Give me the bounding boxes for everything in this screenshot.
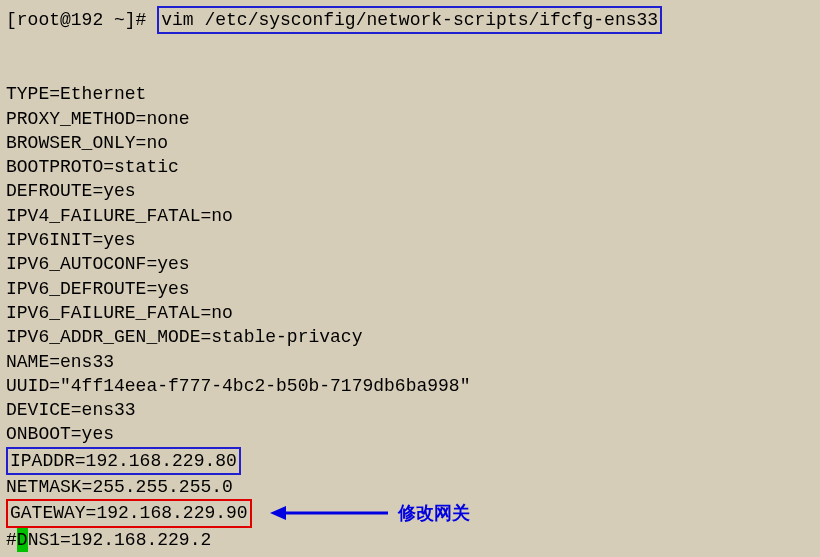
- config-line-onboot: ONBOOT=yes: [6, 422, 814, 446]
- config-line-browser-only: BROWSER_ONLY=no: [6, 131, 814, 155]
- vim-command: vim /etc/sysconfig/network-scripts/ifcfg…: [161, 10, 658, 30]
- blank-line: [6, 58, 814, 82]
- arrow-left-icon: [270, 501, 390, 525]
- annotation-label: 修改网关: [398, 501, 470, 525]
- gateway-box: GATEWAY=192.168.229.90: [6, 499, 252, 527]
- config-line-gateway-wrap: GATEWAY=192.168.229.90 修改网关: [6, 499, 814, 527]
- config-line-ipv6-addr-gen: IPV6_ADDR_GEN_MODE=stable-privacy: [6, 325, 814, 349]
- config-line-ipv6-autoconf: IPV6_AUTOCONF=yes: [6, 252, 814, 276]
- blank-line: [6, 34, 814, 58]
- config-line-ipaddr: IPADDR=192.168.229.80: [10, 451, 237, 471]
- config-line-device: DEVICE=ens33: [6, 398, 814, 422]
- config-line-ipaddr-wrap: IPADDR=192.168.229.80: [6, 447, 814, 475]
- config-line-proxy-method: PROXY_METHOD=none: [6, 107, 814, 131]
- config-line-dns[interactable]: #DNS1=192.168.229.2: [6, 528, 814, 552]
- config-line-ipv4-failure: IPV4_FAILURE_FATAL=no: [6, 204, 814, 228]
- config-line-ipv6init: IPV6INIT=yes: [6, 228, 814, 252]
- config-line-ipv6-defroute: IPV6_DEFROUTE=yes: [6, 277, 814, 301]
- dns-prefix: #: [6, 528, 17, 552]
- config-line-netmask: NETMASK=255.255.255.0: [6, 475, 814, 499]
- vim-command-box: vim /etc/sysconfig/network-scripts/ifcfg…: [157, 6, 662, 34]
- ipaddr-box: IPADDR=192.168.229.80: [6, 447, 241, 475]
- terminal-cursor: D: [17, 528, 28, 552]
- svg-marker-1: [270, 506, 286, 520]
- config-line-defroute: DEFROUTE=yes: [6, 179, 814, 203]
- shell-prompt: [root@192 ~]#: [6, 8, 157, 32]
- config-line-gateway: GATEWAY=192.168.229.90: [10, 503, 248, 523]
- config-line-name: NAME=ens33: [6, 350, 814, 374]
- config-line-ipv6-failure: IPV6_FAILURE_FATAL=no: [6, 301, 814, 325]
- config-line-type: TYPE=Ethernet: [6, 82, 814, 106]
- config-line-uuid: UUID="4ff14eea-f777-4bc2-b50b-7179db6ba9…: [6, 374, 814, 398]
- config-line-bootproto: BOOTPROTO=static: [6, 155, 814, 179]
- dns-suffix: NS1=192.168.229.2: [28, 528, 212, 552]
- gateway-annotation: 修改网关: [270, 501, 470, 525]
- command-line: [root@192 ~]# vim /etc/sysconfig/network…: [6, 6, 814, 34]
